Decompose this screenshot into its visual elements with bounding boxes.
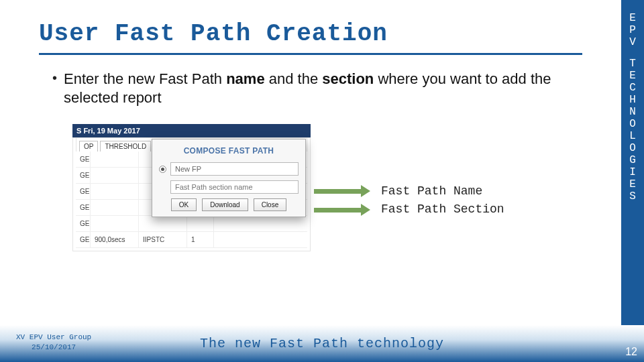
label-section: Fast Path Section <box>381 200 504 219</box>
cell <box>91 216 139 231</box>
sidebar-brand: E P V T E C H N O L O G I E S <box>621 0 644 325</box>
arrow-group <box>314 185 370 223</box>
radio-selected-icon[interactable] <box>159 166 166 173</box>
cell: GE <box>76 216 91 231</box>
brand-ch: L <box>629 130 636 142</box>
brand-ch: V <box>629 36 636 48</box>
brand-ch: E <box>629 178 636 190</box>
cell: GE <box>76 232 91 247</box>
footer-center: The new Fast Path technology <box>0 336 644 351</box>
cell: GE <box>76 200 91 215</box>
dialog-title: COMPOSE FAST PATH <box>159 146 299 156</box>
cell: 1 <box>187 232 214 247</box>
cell: GE <box>76 168 91 183</box>
footer: XV EPV User Group 25/10/2017 The new Fas… <box>0 325 644 362</box>
date-bar: S Fri, 19 May 2017 <box>72 124 311 137</box>
tab-op[interactable]: OP <box>79 141 98 152</box>
bullet-mid: and the <box>265 70 323 87</box>
brand-ch: E <box>629 70 636 82</box>
brand-ch: O <box>629 118 636 130</box>
brand-ch: S <box>629 190 636 202</box>
fastpath-name-input[interactable] <box>170 162 299 176</box>
close-button[interactable]: Close <box>254 198 287 211</box>
cell <box>91 200 139 215</box>
bullet-dot: • <box>52 70 57 107</box>
table-row: GE900,0secsIIPSTC1 <box>76 232 307 248</box>
brand-ch: C <box>629 82 636 94</box>
section-row <box>159 180 299 194</box>
cell <box>91 152 139 167</box>
cell: GE <box>76 152 91 167</box>
dialog-buttons: OK Download Close <box>159 198 299 211</box>
bullet-b1: name <box>226 70 264 87</box>
compose-fast-path-dialog: COMPOSE FAST PATH OK Download Close <box>152 139 306 217</box>
table-row: GE <box>76 216 307 232</box>
page-number: 12 <box>625 346 637 358</box>
download-button[interactable]: Download <box>202 198 248 211</box>
page-title: User Fast Path Creation <box>0 0 644 53</box>
arrow-icon <box>314 204 370 216</box>
arrow-icon <box>314 185 370 197</box>
cell <box>91 184 139 199</box>
cell <box>139 216 187 231</box>
brand-ch: E <box>629 12 636 24</box>
arrow-labels: Fast Path Name Fast Path Section <box>381 182 504 219</box>
brand-ch: H <box>629 94 636 106</box>
brand-ch: G <box>629 154 636 166</box>
bullet-pre: Enter the new Fast Path <box>64 70 226 87</box>
cell: 900,0secs <box>91 232 139 247</box>
tab-threshold[interactable]: THRESHOLD <box>100 141 151 152</box>
brand-ch: T <box>629 58 636 70</box>
fastpath-section-input[interactable] <box>170 180 299 194</box>
bullet-item: • Enter the new Fast Path name and the s… <box>0 55 557 107</box>
cell <box>91 168 139 183</box>
brand-ch: N <box>629 106 636 118</box>
bullet-b2: section <box>322 70 374 87</box>
cell: GE <box>76 184 91 199</box>
bullet-text: Enter the new Fast Path name and the sec… <box>64 70 557 107</box>
name-row <box>159 162 299 176</box>
cell: IIPSTC <box>139 232 187 247</box>
ok-button[interactable]: OK <box>171 198 197 211</box>
label-name: Fast Path Name <box>381 182 504 200</box>
cell <box>187 216 214 231</box>
brand-ch: O <box>629 142 636 154</box>
brand-ch: I <box>629 166 636 178</box>
brand-ch: P <box>629 24 636 36</box>
